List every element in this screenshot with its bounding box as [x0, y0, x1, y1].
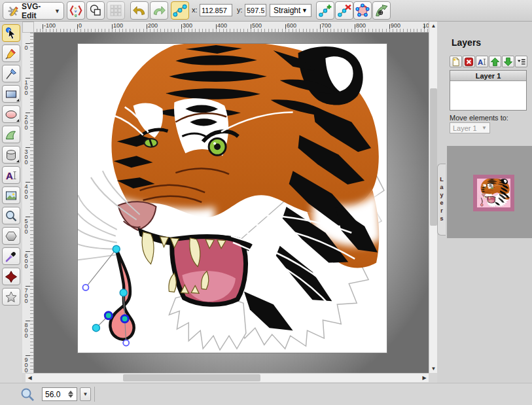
tool-select[interactable] — [2, 24, 20, 42]
tool-cylinder[interactable] — [2, 146, 20, 164]
x-coordinate-input[interactable] — [200, 4, 232, 16]
path-tool-icon — [5, 128, 18, 141]
tool-star[interactable] — [2, 288, 20, 306]
convert-to-path-button[interactable] — [372, 1, 391, 20]
layer-list: Layer 1 — [450, 70, 527, 111]
raise-layer-button[interactable] — [489, 56, 501, 67]
tool-rectangle[interactable] — [2, 85, 20, 103]
divider — [94, 387, 95, 402]
ruler-label: 200 — [23, 114, 29, 130]
tool-line[interactable] — [2, 65, 20, 82]
raise-layer-icon — [490, 57, 500, 67]
main-menu-button[interactable]: SVG-Edit ▼ — [3, 2, 64, 20]
ruler-label: 500 — [252, 22, 262, 29]
y-coordinate-label: y: — [237, 6, 243, 14]
edit-node-icon — [173, 3, 187, 18]
tool-shape-library[interactable] — [2, 268, 20, 285]
ruler-label: 1000 — [423, 22, 429, 29]
workspace[interactable] — [34, 33, 429, 373]
tool-eyedropper[interactable] — [2, 247, 20, 265]
ruler-vertical: 0 100 200 300 400 500 600 700 800 900 — [22, 33, 34, 373]
submenu-arrow-icon — [16, 160, 19, 162]
ruler-label: 100 — [23, 79, 29, 95]
zoom-preset-dropdown[interactable]: ▼ — [80, 387, 91, 401]
scroll-right-arrow[interactable]: ▶ — [420, 374, 429, 382]
ruler-label: 900 — [23, 357, 29, 372]
zoom-tool-icon — [5, 209, 18, 222]
layers-panel-title: Layers — [452, 37, 481, 48]
zoom-spinner[interactable] — [67, 389, 74, 399]
ruler-corner — [22, 22, 34, 33]
document-properties-button[interactable] — [86, 1, 105, 20]
redo-icon — [152, 3, 166, 18]
line-tool-icon — [5, 67, 18, 80]
rename-layer-button[interactable]: A — [476, 56, 488, 67]
x-coordinate-label: x: — [192, 6, 198, 14]
drawing-thumbnail[interactable] — [473, 175, 514, 211]
move-elements-select[interactable]: Layer 1 ▼ — [450, 122, 490, 133]
ruler-label: 600 — [287, 22, 296, 29]
eyedropper-tool-icon — [5, 250, 18, 263]
delete-node-icon — [337, 3, 351, 18]
move-elements-label: Move elements to: — [450, 114, 508, 122]
horizontal-scroll-thumb[interactable] — [123, 374, 260, 381]
delete-node-button[interactable] — [335, 1, 353, 20]
layer-row[interactable]: Layer 1 — [450, 71, 526, 81]
source-editor-button[interactable]: s v g — [67, 1, 85, 20]
vertical-scrollbar[interactable]: ▲ ▼ — [429, 22, 437, 373]
tool-zoom[interactable] — [2, 207, 20, 224]
svg-canvas[interactable] — [77, 43, 387, 353]
control-handle — [120, 289, 127, 296]
rectangle-tool-icon — [5, 88, 18, 101]
close-path-button[interactable] — [353, 1, 372, 20]
vertical-scroll-thumb[interactable] — [430, 88, 437, 226]
y-coordinate-input[interactable] — [245, 4, 266, 16]
pencil-tool-icon — [5, 47, 18, 60]
svg-text:A: A — [478, 58, 483, 65]
polygon-tool-icon — [5, 230, 18, 243]
scroll-left-arrow[interactable]: ◀ — [26, 374, 34, 382]
ruler-label: 800 — [23, 322, 29, 338]
ellipse-tool-icon — [5, 108, 18, 121]
delete-layer-button[interactable] — [463, 56, 475, 67]
grid-button[interactable] — [107, 1, 125, 20]
ruler-label: 0 — [79, 22, 82, 29]
new-layer-button[interactable] — [450, 56, 462, 67]
layer-menu-button[interactable] — [515, 56, 527, 67]
ruler-label: 300 — [23, 149, 29, 164]
horizontal-scrollbar[interactable]: ◀ ▶ — [26, 373, 429, 382]
tool-text[interactable]: A — [2, 166, 20, 184]
lower-layer-button[interactable] — [502, 56, 514, 67]
control-handle — [123, 340, 129, 346]
ruler-label: 700 — [321, 22, 331, 29]
move-elements-value: Layer 1 — [453, 124, 477, 132]
cylinder-tool-icon — [5, 149, 18, 162]
overlapping-shapes-icon — [89, 4, 102, 17]
redo-button[interactable] — [150, 1, 168, 20]
undo-button[interactable] — [130, 1, 149, 20]
tool-pencil[interactable] — [2, 44, 20, 62]
segment-type-value: Straight — [274, 6, 300, 15]
zoom-icon — [20, 387, 35, 402]
ruler-label: 900 — [391, 22, 400, 29]
close-path-icon — [355, 3, 370, 18]
scroll-down-arrow[interactable]: ▼ — [429, 364, 438, 373]
text-tool-icon: A — [5, 169, 18, 182]
layers-tab[interactable]: Layers — [437, 164, 446, 236]
svg-source-icon: s v g — [69, 3, 83, 18]
scroll-up-arrow[interactable]: ▲ — [429, 22, 438, 30]
add-node-button[interactable] — [316, 1, 334, 20]
layers-toolbar: A — [450, 56, 527, 67]
tool-image[interactable] — [2, 186, 20, 204]
segment-type-select[interactable]: Straight ▼ — [270, 4, 311, 17]
star-tool-icon — [5, 291, 18, 304]
control-handle — [92, 325, 99, 332]
thumbnail-canvas — [477, 179, 510, 207]
undo-icon — [132, 3, 147, 18]
edit-node-tool-button[interactable] — [171, 1, 189, 20]
submenu-arrow-icon — [16, 99, 19, 101]
thumbnail-tiger — [477, 179, 510, 207]
tool-path[interactable] — [2, 126, 20, 143]
tool-polygon[interactable] — [2, 227, 20, 245]
tool-ellipse[interactable] — [2, 105, 20, 123]
